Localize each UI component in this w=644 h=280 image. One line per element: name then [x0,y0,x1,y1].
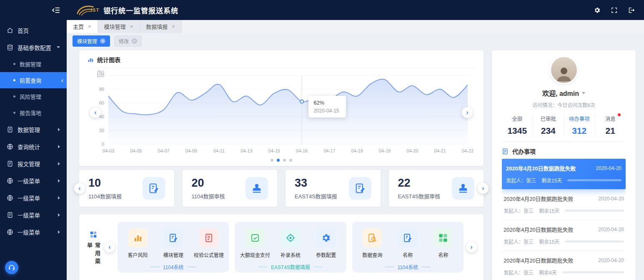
carousel-dot[interactable] [283,159,286,162]
todo-progress [565,210,624,212]
menu-item[interactable]: 参数配置 [308,228,343,258]
tag-close-icon[interactable]: × [132,38,137,44]
carousel-dot[interactable] [277,159,280,162]
stat-approved[interactable]: 已审批 234 [533,115,564,136]
menu-next-button[interactable]: › [466,242,477,252]
stat-messages[interactable]: 消息 21 [595,115,626,136]
doc-icon [398,228,417,248]
stat-card-1104-filling[interactable]: 10 1104数据填报 [79,170,174,207]
search-doc-icon [363,228,382,248]
svg-text:04-05: 04-05 [130,148,142,153]
svg-text:80: 80 [99,87,104,92]
target-icon [281,228,300,248]
todo-item[interactable]: 2020年4月20日数据跑批失败2020-04-20 发起人：张三剩余4天 [502,251,626,275]
sidebar-item-level1-menu-1[interactable]: 一级菜单 [0,172,67,189]
formula-doc-icon [199,228,218,248]
chevron-right-icon [58,230,60,234]
menu-group-footer: 1104系统 [120,263,226,270]
common-menu-title: 常用菜单 [85,242,101,272]
chevron-right-icon [58,145,60,148]
menu-item[interactable]: 补录系统 [273,228,308,258]
sidebar-item-level1-menu-4[interactable]: 一级菜单 [0,223,67,240]
globe-icon [7,195,13,201]
sidebar-item-base-params[interactable]: 基础参数配置 [0,39,67,56]
menu-prev-button[interactable]: ‹ [104,242,115,252]
stat-value: 33 [295,177,337,190]
todo-item[interactable]: 2020年4月20日数据跑批失败2020-04-20 发起人：张三剩余15天 [502,159,626,189]
menu-item[interactable]: 名称 [426,228,461,258]
sidebar-item-message-management[interactable]: 报文管理 [0,155,67,172]
tag-close-icon[interactable]: × [100,38,105,44]
svg-text:04-20: 04-20 [406,148,418,153]
sidebar-item-home[interactable]: 首页 [0,22,67,39]
stat-pending[interactable]: 待办事项 312 [564,115,595,136]
left-column: 统计图表 020406080100(%)04-0304-0504-0704-09… [79,50,484,280]
todo-remaining: 剩余15天 [541,177,562,184]
tab-close-icon[interactable]: × [130,24,133,29]
menu-item[interactable]: 名称 [390,228,425,258]
svg-text:20: 20 [99,128,104,133]
menu-collapse-icon[interactable] [52,7,60,13]
menu-item[interactable]: 校验公式管理 [191,228,226,258]
sidebar-subitem-data-management[interactable]: 数据管理 [0,56,67,72]
tag-module-management[interactable]: 模块管理× [73,35,110,47]
sidebar-item-query-statistics[interactable]: 查询统计 [0,138,67,155]
form-edit-icon [143,177,165,200]
assistant-button[interactable] [5,261,18,274]
menu-item[interactable]: 客户风险 [120,228,155,258]
stat-card-east4s-review[interactable]: 22 EAST4S数据审核 [389,170,484,207]
todo-item[interactable]: 2020年4月20日数据跑批失败2020-04-20 发起人：张三剩余15天 [502,189,626,220]
logout-icon[interactable] [628,7,635,14]
stat-card-1104-review[interactable]: 20 1104数据审核 [183,170,278,207]
tab-module-management[interactable]: 模块管理× [98,20,140,33]
todo-remaining: 剩余4天 [539,269,557,275]
sidebar-item-label: 首页 [18,26,29,35]
stat-all[interactable]: 全部 1345 [502,115,533,136]
menu-group-1104: 客户风险 模块管理 校验公式管理 1104系统 [118,222,229,272]
globe-icon [7,178,13,184]
svg-text:04-19: 04-19 [379,148,391,153]
stat-card-east4s-filling[interactable]: 33 EAST4S数据填报 [286,170,381,207]
tab-data-filling[interactable]: 数据填报× [140,20,182,33]
stat-label: EAST4S数据填报 [295,192,337,200]
carousel-dot[interactable] [271,159,273,162]
tab-close-icon[interactable]: × [172,24,175,29]
menu-item[interactable]: 大额现金支付 [238,228,273,258]
tab-close-icon[interactable]: × [88,24,91,29]
svg-text:04-17: 04-17 [323,148,335,153]
sidebar-item-level1-menu-2[interactable]: 一级菜单 [0,189,67,206]
sidebar-subitem-risk-management[interactable]: 风险管理 [0,88,67,105]
form-edit-icon [349,177,371,200]
user-menu[interactable]: 欢迎, admin [502,88,626,98]
todo-section-header: 代办事项 [502,147,626,155]
gear-icon [316,228,336,248]
todo-progress [567,179,621,181]
menu-item[interactable]: 模块管理 [156,228,191,258]
chart-next-button[interactable]: › [462,107,473,118]
carousel-dot[interactable] [289,159,292,162]
chart-prev-button[interactable]: ‹ [90,107,101,118]
tab-home[interactable]: 主页× [67,20,98,33]
menu-item[interactable]: 数据查询 [355,228,390,258]
stat-label: 1104数据填报 [88,192,122,200]
fullscreen-icon[interactable] [611,7,618,14]
stats-prev-button[interactable]: ‹ [74,183,85,194]
sidebar-item-data-management[interactable]: 数据管理 [0,121,67,138]
svg-text:04-22: 04-22 [462,148,474,153]
todo-item[interactable]: 2020年4月20日数据跑批失败2020-04-20 发起人：张三剩余15天 [502,220,626,251]
stats-next-button[interactable]: › [478,183,489,194]
svg-text:(%): (%) [97,70,104,75]
svg-text:04-09: 04-09 [185,148,197,153]
sidebar-item-level1-menu-3[interactable]: 一级菜单 [0,206,67,223]
sidebar-subitem-pre-query[interactable]: 前置查询 [0,72,67,88]
welcome-text: 欢迎, admin [542,88,579,98]
tag-modify[interactable]: 修改× [114,35,142,47]
unread-dot [618,113,621,116]
form-edit-icon [164,228,183,248]
headset-icon [8,264,15,271]
stamp-icon [246,177,268,200]
sidebar-subitem-report-landing[interactable]: 报告落地 [0,105,67,121]
todo-title: 2020年4月20日数据跑批失败 [506,164,576,172]
settings-gear-icon[interactable] [594,7,601,14]
avatar[interactable] [551,57,577,83]
